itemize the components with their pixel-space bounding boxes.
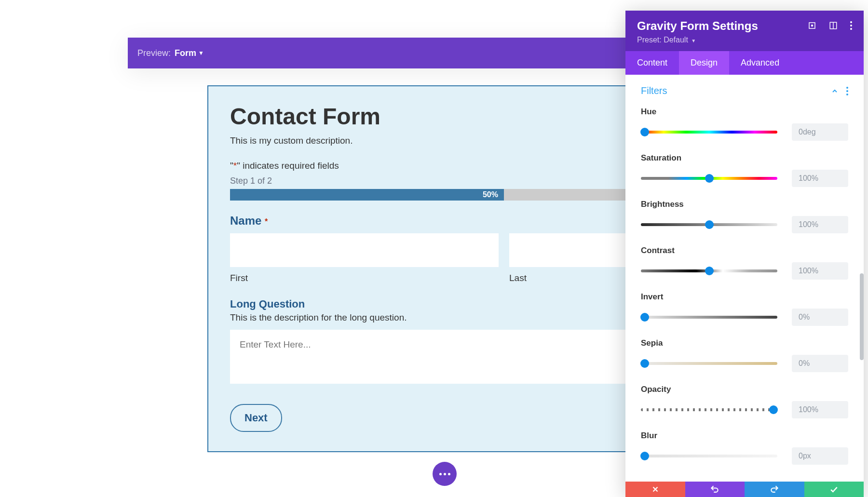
chevron-up-icon[interactable] <box>831 87 839 95</box>
slider-thumb[interactable] <box>705 267 714 275</box>
redo-icon <box>770 484 779 494</box>
check-icon <box>829 484 839 494</box>
filter-label-invert: Invert <box>641 292 848 302</box>
slider-thumb[interactable] <box>769 405 778 414</box>
chevron-down-icon: ▼ <box>691 38 696 43</box>
layout-icon[interactable] <box>829 21 838 30</box>
preview-dropdown[interactable]: Form ▼ <box>175 48 204 58</box>
expand-icon[interactable] <box>808 21 816 30</box>
section-title: Filters <box>641 85 667 96</box>
scrollbar-thumb[interactable] <box>860 273 864 360</box>
panel-body: Filters Hue 0deg Saturation <box>625 75 864 482</box>
contrast-value-input[interactable]: 100% <box>792 262 848 280</box>
close-button[interactable] <box>625 482 685 497</box>
preview-label: Preview: <box>137 48 171 58</box>
progress-percent: 50% <box>483 190 498 199</box>
next-button[interactable]: Next <box>230 404 282 432</box>
slider-thumb[interactable] <box>640 452 649 460</box>
filter-opacity: Opacity 100% <box>641 385 848 418</box>
filter-blur: Blur 0px <box>641 431 848 465</box>
slider-thumb[interactable] <box>640 313 649 322</box>
first-name-label: First <box>230 273 499 283</box>
tab-design[interactable]: Design <box>679 51 729 75</box>
progress-fill: 50% <box>230 189 504 201</box>
tab-advanced[interactable]: Advanced <box>729 51 791 75</box>
saturation-value-input[interactable]: 100% <box>792 170 848 187</box>
filter-label-opacity: Opacity <box>641 385 848 394</box>
saturation-slider[interactable] <box>641 177 777 180</box>
preset-dropdown[interactable]: Preset: Default ▼ <box>637 36 852 44</box>
filter-label-saturation: Saturation <box>641 153 848 163</box>
section-header: Filters <box>641 85 848 96</box>
panel-title: Gravity Form Settings <box>637 19 758 33</box>
more-vert-icon[interactable] <box>850 21 852 30</box>
filter-label-brightness: Brightness <box>641 200 848 209</box>
undo-button[interactable] <box>685 482 745 497</box>
hue-slider[interactable] <box>641 131 777 134</box>
panel-tabs: Content Design Advanced <box>625 51 864 75</box>
opacity-slider[interactable] <box>641 408 777 411</box>
hue-value-input[interactable]: 0deg <box>792 123 848 141</box>
filter-label-sepia: Sepia <box>641 338 848 348</box>
redo-button[interactable] <box>745 482 804 497</box>
filter-label-contrast: Contrast <box>641 246 848 255</box>
slider-thumb[interactable] <box>705 220 714 229</box>
settings-panel: Gravity Form Settings Preset: Default ▼ … <box>625 11 864 497</box>
tab-content[interactable]: Content <box>625 51 679 75</box>
contrast-slider[interactable] <box>641 269 777 272</box>
preview-value: Form <box>175 48 196 58</box>
brightness-slider[interactable] <box>641 223 777 226</box>
filter-contrast: Contrast 100% <box>641 246 848 280</box>
slider-thumb[interactable] <box>705 174 714 183</box>
slider-thumb[interactable] <box>640 359 649 368</box>
save-button[interactable] <box>804 482 864 497</box>
invert-slider[interactable] <box>641 316 777 319</box>
opacity-value-input[interactable]: 100% <box>792 401 848 418</box>
svg-point-1 <box>812 25 813 27</box>
blur-slider[interactable] <box>641 455 777 457</box>
filter-label-hue: Hue <box>641 107 848 117</box>
undo-icon <box>710 484 719 494</box>
filter-sepia: Sepia 0% <box>641 338 848 372</box>
sepia-value-input[interactable]: 0% <box>792 355 848 372</box>
section-more-icon[interactable] <box>846 87 848 95</box>
chevron-down-icon: ▼ <box>198 50 204 56</box>
filter-brightness: Brightness 100% <box>641 200 848 233</box>
filter-saturation: Saturation 100% <box>641 153 848 187</box>
blur-value-input[interactable]: 0px <box>792 447 848 465</box>
more-actions-fab[interactable] <box>433 462 457 486</box>
first-name-input[interactable] <box>230 233 499 267</box>
panel-footer <box>625 482 864 497</box>
sepia-slider[interactable] <box>641 362 777 365</box>
invert-value-input[interactable]: 0% <box>792 309 848 326</box>
brightness-value-input[interactable]: 100% <box>792 216 848 233</box>
close-icon <box>651 485 660 494</box>
panel-header: Gravity Form Settings Preset: Default ▼ <box>625 11 864 51</box>
filter-label-blur: Blur <box>641 431 848 441</box>
slider-thumb[interactable] <box>640 128 649 136</box>
filter-hue: Hue 0deg <box>641 107 848 141</box>
filter-invert: Invert 0% <box>641 292 848 326</box>
